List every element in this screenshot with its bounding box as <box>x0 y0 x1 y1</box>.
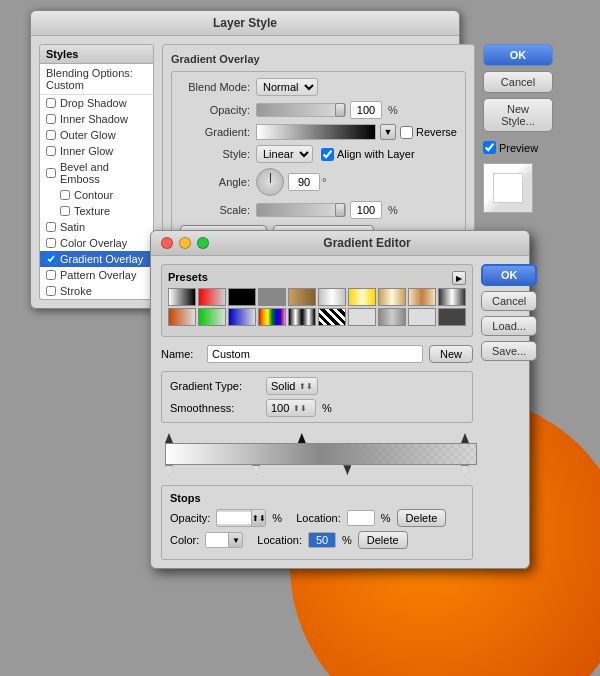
name-input[interactable] <box>207 345 423 363</box>
inner-shadow-checkbox[interactable] <box>46 114 56 124</box>
preview-box <box>483 163 533 213</box>
color-stop-center-right[interactable] <box>343 465 351 475</box>
style-item-contour[interactable]: Contour <box>40 187 153 203</box>
stops-color-delete-button[interactable]: Delete <box>358 531 408 549</box>
color-swatch-dropdown[interactable]: ▼ <box>205 532 243 548</box>
gradient-bar[interactable] <box>165 443 477 465</box>
opacity-slider-container: % <box>256 101 398 119</box>
preset-swatch-19[interactable] <box>408 308 436 326</box>
style-item-inner-glow[interactable]: Inner Glow <box>40 143 153 159</box>
bevel-emboss-checkbox[interactable] <box>46 168 56 178</box>
stops-opacity-delete-button[interactable]: Delete <box>397 509 447 527</box>
gradient-overlay-checkbox[interactable] <box>46 254 56 264</box>
gradient-type-dropdown[interactable]: Solid ⬆⬇ <box>266 377 318 395</box>
color-stop-left[interactable] <box>165 465 173 475</box>
style-item-color-overlay[interactable]: Color Overlay <box>40 235 153 251</box>
stroke-checkbox[interactable] <box>46 286 56 296</box>
maximize-button[interactable] <box>197 237 209 249</box>
style-row: Style: Linear Align with Layer <box>180 145 457 163</box>
gradient-editor-cancel-button[interactable]: Cancel <box>481 291 537 311</box>
opacity-stepper[interactable]: ⬆⬇ <box>251 510 266 526</box>
opacity-slider[interactable] <box>256 103 346 117</box>
smoothness-dropdown[interactable]: 100 ⬆⬇ <box>266 399 316 417</box>
style-item-pattern-overlay[interactable]: Pattern Overlay <box>40 267 153 283</box>
scale-slider[interactable] <box>256 203 346 217</box>
style-item-drop-shadow[interactable]: Drop Shadow <box>40 95 153 111</box>
preset-swatch-3[interactable] <box>228 288 256 306</box>
style-item-gradient-overlay[interactable]: Gradient Overlay <box>40 251 153 267</box>
new-style-button[interactable]: New Style... <box>483 98 553 132</box>
style-item-satin[interactable]: Satin <box>40 219 153 235</box>
reverse-checkbox[interactable] <box>400 126 413 139</box>
texture-checkbox[interactable] <box>60 206 70 216</box>
pattern-overlay-checkbox[interactable] <box>46 270 56 280</box>
contour-checkbox[interactable] <box>60 190 70 200</box>
close-button[interactable] <box>161 237 173 249</box>
presets-menu-arrow[interactable]: ▶ <box>452 271 466 285</box>
preset-swatch-11[interactable] <box>168 308 196 326</box>
layer-style-cancel-button[interactable]: Cancel <box>483 71 553 93</box>
style-select[interactable]: Linear <box>256 145 313 163</box>
gradient-editor-load-button[interactable]: Load... <box>481 316 537 336</box>
gradient-editor-ok-button[interactable]: OK <box>481 264 537 286</box>
preset-swatch-2[interactable] <box>198 288 226 306</box>
preset-swatch-16[interactable] <box>318 308 346 326</box>
style-item-stroke[interactable]: Stroke <box>40 283 153 299</box>
presets-label: Presets <box>168 271 466 283</box>
preset-swatch-8[interactable] <box>378 288 406 306</box>
blending-options-item[interactable]: Blending Options: Custom <box>40 64 153 95</box>
minimize-button[interactable] <box>179 237 191 249</box>
preset-swatch-13[interactable] <box>228 308 256 326</box>
angle-label: Angle: <box>180 176 250 188</box>
style-item-outer-glow[interactable]: Outer Glow <box>40 127 153 143</box>
preset-swatch-7[interactable] <box>348 288 376 306</box>
angle-input[interactable] <box>288 173 320 191</box>
new-gradient-button[interactable]: New <box>429 345 473 363</box>
preset-swatch-20[interactable] <box>438 308 466 326</box>
preset-swatch-12[interactable] <box>198 308 226 326</box>
blend-mode-select[interactable]: Normal <box>256 78 318 96</box>
preset-swatch-9[interactable] <box>408 288 436 306</box>
drop-shadow-checkbox[interactable] <box>46 98 56 108</box>
preset-swatch-14[interactable] <box>258 308 286 326</box>
preset-swatch-5[interactable] <box>288 288 316 306</box>
style-item-inner-shadow[interactable]: Inner Shadow <box>40 111 153 127</box>
color-stop-right[interactable] <box>461 465 469 475</box>
opacity-input[interactable] <box>350 101 382 119</box>
blend-mode-label: Blend Mode: <box>180 81 250 93</box>
style-item-bevel-emboss[interactable]: Bevel and Emboss <box>40 159 153 187</box>
stops-color-location-input[interactable] <box>308 532 336 548</box>
align-layer-label: Align with Layer <box>321 148 415 161</box>
color-overlay-checkbox[interactable] <box>46 238 56 248</box>
gradient-dropdown-arrow[interactable]: ▼ <box>380 124 396 140</box>
scale-input[interactable] <box>350 201 382 219</box>
inner-glow-checkbox[interactable] <box>46 146 56 156</box>
smoothness-label: Smoothness: <box>170 402 260 414</box>
gradient-preview-bar[interactable] <box>256 124 376 140</box>
scale-slider-container: % <box>256 201 398 219</box>
stops-opacity-input[interactable] <box>217 512 251 524</box>
gradient-editor-save-button[interactable]: Save... <box>481 341 537 361</box>
preset-swatch-4[interactable] <box>258 288 286 306</box>
preset-swatch-10[interactable] <box>438 288 466 306</box>
align-layer-checkbox[interactable] <box>321 148 334 161</box>
name-row: Name: New <box>161 345 473 363</box>
satin-checkbox[interactable] <box>46 222 56 232</box>
layer-style-ok-button[interactable]: OK <box>483 44 553 66</box>
align-layer-text: Align with Layer <box>337 148 415 160</box>
stops-opacity-location-pct: % <box>381 512 391 524</box>
opacity-stop-right[interactable] <box>461 433 469 443</box>
opacity-stop-left[interactable] <box>165 433 173 443</box>
stops-opacity-location-input[interactable] <box>347 510 375 526</box>
color-stop-center-left[interactable] <box>252 465 260 475</box>
angle-dial[interactable] <box>256 168 284 196</box>
opacity-stop-center[interactable] <box>298 433 306 443</box>
preset-swatch-17[interactable] <box>348 308 376 326</box>
style-item-texture[interactable]: Texture <box>40 203 153 219</box>
outer-glow-checkbox[interactable] <box>46 130 56 140</box>
preset-swatch-1[interactable] <box>168 288 196 306</box>
preset-swatch-6[interactable] <box>318 288 346 306</box>
preset-swatch-18[interactable] <box>378 308 406 326</box>
preset-swatch-15[interactable] <box>288 308 316 326</box>
preview-checkbox[interactable] <box>483 141 496 154</box>
